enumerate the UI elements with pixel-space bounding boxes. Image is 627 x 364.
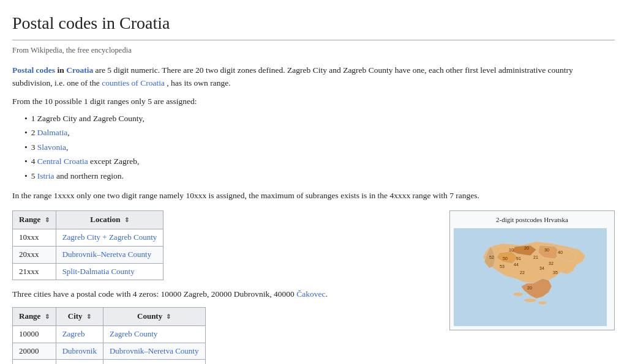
- bullet-num-3: 3: [31, 143, 36, 152]
- cakovec-link[interactable]: Čakovec: [296, 289, 325, 299]
- table1-range-1: 20xxx: [13, 246, 56, 263]
- intro-bold: Postal codes in Croatia: [12, 65, 93, 75]
- svg-text:32: 32: [549, 261, 554, 266]
- bullet-item-4: 4 Central Croatia except Zagreb,: [24, 155, 615, 168]
- central-croatia-link[interactable]: Central Croatia: [37, 157, 88, 166]
- three-cities-text: Three cities have a postal code with 4 z…: [12, 288, 437, 301]
- table2-city-2: Split: [56, 360, 103, 364]
- slavonia-link[interactable]: Slavonia: [37, 143, 66, 152]
- intro-paragraph: Postal codes in Croatia are 5 digit nume…: [12, 64, 615, 90]
- table1-range-0: 10xxx: [13, 229, 56, 246]
- bullet-num-5: 5: [31, 171, 36, 180]
- svg-text:40: 40: [558, 250, 563, 254]
- range-text: In the range 1xxxx only one two digit ra…: [12, 189, 615, 202]
- svg-text:30: 30: [544, 248, 549, 252]
- table1-location-link-1[interactable]: Dubrovnik–Neretva County: [62, 250, 152, 259]
- sort-arrow-4[interactable]: ⇕: [86, 313, 91, 320]
- table2-county-link-0[interactable]: Zagreb County: [110, 329, 157, 338]
- table2-range-2: 21000: [13, 360, 56, 364]
- bullet-num-1: 1: [31, 114, 36, 123]
- bullet-item-3: 3 Slavonia,: [24, 141, 615, 154]
- table2-city-1: Dubrovnik: [56, 343, 103, 360]
- table2-county-2: Split-Dalmatia County: [103, 360, 205, 364]
- wiki-subtitle: From Wikipedia, the free encyclopedia: [12, 44, 615, 56]
- table2-city-link-1[interactable]: Dubrovnik: [62, 346, 97, 355]
- table1-location-link-0[interactable]: Zagreb City + Zagreb County: [62, 232, 157, 242]
- page-title: Postal codes in Croatia: [12, 10, 615, 40]
- svg-text:21: 21: [533, 255, 538, 259]
- bullet-num-4: 4: [31, 157, 36, 166]
- table2: Range ⇕ City ⇕ County ⇕ 10000ZagrebZagre…: [12, 307, 206, 364]
- table2-city-0: Zagreb: [56, 325, 103, 343]
- bullet-item-5: 5 Istria and northern region.: [24, 169, 615, 183]
- assigned-text: From the 10 possible 1 digit ranges only…: [12, 95, 615, 108]
- svg-point-5: [538, 301, 547, 304]
- table2-city-link-0[interactable]: Zagreb: [62, 329, 85, 338]
- bullet-item-1: 1 Zagreb City and Zagreb County,: [24, 112, 615, 125]
- istria-link[interactable]: Istria: [37, 171, 54, 180]
- table1: Range ⇕ Location ⇕ 10xxxZagreb City + Za…: [12, 210, 163, 280]
- table1-location-link-2[interactable]: Split-Dalmatia County: [62, 267, 135, 276]
- svg-text:22: 22: [520, 270, 525, 275]
- intro-text1: are 5 digit numeric. There are 20 two di…: [12, 65, 573, 88]
- sort-arrow-2[interactable]: ⇕: [124, 217, 129, 223]
- svg-text:50: 50: [503, 256, 508, 261]
- table1-location-2: Split-Dalmatia County: [56, 263, 163, 280]
- postal-codes-link[interactable]: Postal codes: [12, 65, 55, 75]
- table2-county-link-1[interactable]: Dubrovnik–Neretva County: [110, 346, 199, 355]
- svg-point-4: [524, 299, 536, 302]
- table1-header-range[interactable]: Range ⇕: [13, 211, 56, 229]
- svg-text:20: 20: [527, 286, 532, 290]
- map-svg: 10 20 30 40 50 91 21 32 52 22 20 44 53 3…: [454, 228, 607, 326]
- svg-text:52: 52: [489, 255, 494, 259]
- table1-header-location[interactable]: Location ⇕: [56, 211, 163, 229]
- sort-arrow-5[interactable]: ⇕: [166, 313, 171, 320]
- table2-header-city[interactable]: City ⇕: [56, 307, 103, 325]
- croatia-link[interactable]: Croatia: [66, 65, 93, 75]
- table2-range-0: 10000: [13, 325, 56, 343]
- map-box: 2-digit postcodes Hrvatska: [449, 210, 615, 330]
- table1-location-1: Dubrovnik–Neretva County: [56, 246, 163, 263]
- table1-location-0: Zagreb City + Zagreb County: [56, 229, 163, 246]
- sort-arrow-3[interactable]: ⇕: [45, 313, 50, 320]
- table1-range-2: 21xxx: [13, 263, 56, 280]
- table2-county-0: Zagreb County: [103, 325, 205, 343]
- svg-text:35: 35: [553, 270, 558, 275]
- sort-arrow-1[interactable]: ⇕: [45, 217, 50, 223]
- table2-header-county[interactable]: County ⇕: [103, 307, 205, 325]
- bullet-item-2: 2 Dalmatia,: [24, 126, 615, 139]
- counties-link[interactable]: counties of Croatia: [102, 78, 165, 87]
- bullet-num-2: 2: [31, 128, 36, 137]
- svg-text:91: 91: [516, 256, 521, 261]
- intro-text2: , has its own range.: [167, 78, 230, 87]
- right-content: 2-digit postcodes Hrvatska: [449, 210, 615, 330]
- svg-point-3: [513, 292, 523, 296]
- svg-text:44: 44: [514, 262, 519, 267]
- left-content: Range ⇕ Location ⇕ 10xxxZagreb City + Za…: [12, 210, 437, 364]
- svg-text:20: 20: [524, 246, 529, 250]
- svg-text:10: 10: [509, 248, 514, 252]
- dalmatia-link[interactable]: Dalmatia: [37, 128, 67, 137]
- table2-county-1: Dubrovnik–Neretva County: [103, 343, 205, 360]
- map-title: 2-digit postcodes Hrvatska: [454, 215, 610, 226]
- svg-text:53: 53: [500, 264, 505, 269]
- table2-range-1: 20000: [13, 343, 56, 360]
- table2-header-range[interactable]: Range ⇕: [13, 307, 56, 325]
- svg-text:34: 34: [539, 266, 544, 270]
- page-layout: Range ⇕ Location ⇕ 10xxxZagreb City + Za…: [12, 210, 615, 364]
- bullet-list: 1 Zagreb City and Zagreb County, 2 Dalma…: [24, 112, 615, 183]
